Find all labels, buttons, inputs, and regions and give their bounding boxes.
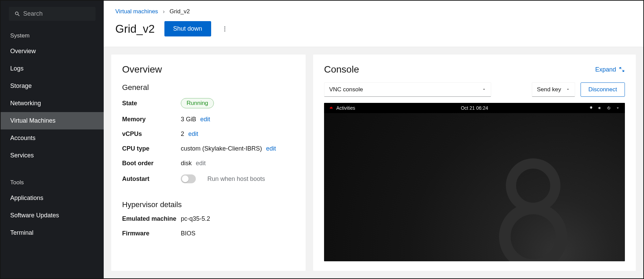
svg-point-2 <box>224 30 225 31</box>
title-row: Grid_v2 Shut down <box>115 21 632 36</box>
row-emulated: Emulated machine pc-q35-5.2 <box>122 215 295 222</box>
guest-clock: Oct 21 06:24 <box>461 105 488 111</box>
sidebar-item-terminal[interactable]: Terminal <box>1 224 104 242</box>
row-bootorder: Boot order disk edit <box>122 160 295 167</box>
edit-cputype-link[interactable]: edit <box>266 145 276 152</box>
label-firmware: Firmware <box>122 230 181 237</box>
svg-point-0 <box>224 26 225 27</box>
value-emulated: pc-q35-5.2 <box>181 215 210 222</box>
caret-down-icon <box>482 86 486 93</box>
overview-card: Overview General State Running Memory 3 … <box>111 55 306 271</box>
row-firmware: Firmware BIOS <box>122 230 295 237</box>
console-card: Console Expand VNC console Send key <box>313 55 636 271</box>
breadcrumb-separator-icon: › <box>163 8 165 15</box>
console-heading: Console <box>324 64 359 75</box>
sidebar-item-services[interactable]: Services <box>1 147 104 164</box>
send-key-select[interactable]: Send key <box>532 82 575 97</box>
sidebar-item-logs[interactable]: Logs <box>1 60 104 77</box>
sidebar: System Overview Logs Storage Networking … <box>1 1 104 278</box>
expand-console-button[interactable]: Expand <box>595 66 625 73</box>
row-memory: Memory 3 GiB edit <box>122 116 295 123</box>
power-icon <box>606 106 611 110</box>
page-title: Grid_v2 <box>115 22 155 35</box>
caret-down-icon <box>566 86 570 93</box>
search-container <box>9 7 96 21</box>
vnc-viewport[interactable]: Activities Oct 21 06:24 <box>324 103 625 261</box>
shutdown-button[interactable]: Shut down <box>164 21 211 36</box>
expand-label: Expand <box>595 66 616 73</box>
label-emulated: Emulated machine <box>122 215 181 222</box>
label-autostart: Autostart <box>122 175 181 183</box>
label-cputype: CPU type <box>122 145 181 152</box>
console-type-value: VNC console <box>329 86 363 93</box>
console-type-select[interactable]: VNC console <box>324 82 491 97</box>
kebab-icon <box>221 26 228 32</box>
value-vcpus: 2 <box>181 130 184 138</box>
sidebar-item-overview[interactable]: Overview <box>1 43 104 60</box>
console-header: Console Expand <box>324 64 625 75</box>
value-memory: 3 GiB <box>181 116 196 123</box>
breadcrumb: Virtual machines › Grid_v2 <box>115 8 632 15</box>
main-area: Virtual machines › Grid_v2 Grid_v2 Shut … <box>104 1 643 278</box>
nav-section-tools: Tools <box>1 179 104 186</box>
sidebar-item-storage[interactable]: Storage <box>1 77 104 95</box>
label-memory: Memory <box>122 116 181 123</box>
row-autostart: Autostart Run when host boots <box>122 174 295 183</box>
autostart-toggle[interactable] <box>181 174 196 183</box>
guest-wallpaper-logo <box>496 158 571 261</box>
search-input[interactable] <box>9 7 96 21</box>
row-cputype: CPU type custom (Skylake-Client-IBRS) ed… <box>122 145 295 152</box>
sidebar-item-networking[interactable]: Networking <box>1 95 104 112</box>
label-bootorder: Boot order <box>122 160 181 167</box>
value-bootorder: disk <box>181 160 192 167</box>
sidebar-item-software-updates[interactable]: Software Updates <box>1 207 104 224</box>
caret-down-icon <box>615 106 620 110</box>
row-vcpus: vCPUs 2 edit <box>122 130 295 138</box>
autostart-hint: Run when host boots <box>207 175 265 183</box>
expand-icon <box>619 66 625 73</box>
state-badge: Running <box>181 98 214 108</box>
edit-memory-link[interactable]: edit <box>200 116 210 123</box>
value-cputype: custom (Skylake-Client-IBRS) <box>181 145 262 152</box>
edit-vcpus-link[interactable]: edit <box>188 130 198 138</box>
guest-topbar: Activities Oct 21 06:24 <box>324 103 625 113</box>
value-firmware: BIOS <box>181 230 195 237</box>
sidebar-item-applications[interactable]: Applications <box>1 189 104 207</box>
disconnect-button[interactable]: Disconnect <box>581 82 625 97</box>
overview-heading: Overview <box>122 64 295 75</box>
hypervisor-heading: Hypervisor details <box>122 200 295 209</box>
label-state: State <box>122 100 181 107</box>
breadcrumb-current: Grid_v2 <box>170 8 190 15</box>
guest-desktop[interactable] <box>324 113 625 261</box>
row-state: State Running <box>122 98 295 108</box>
redhat-icon <box>329 106 334 110</box>
breadcrumb-link-vms[interactable]: Virtual machines <box>115 8 158 15</box>
sidebar-item-accounts[interactable]: Accounts <box>1 129 104 147</box>
guest-activities-button[interactable]: Activities <box>329 105 355 111</box>
content-grid: Overview General State Running Memory 3 … <box>104 47 643 278</box>
console-controls: VNC console Send key Disconnect <box>324 82 625 97</box>
svg-point-1 <box>224 28 225 29</box>
search-icon <box>14 11 20 17</box>
label-vcpus: vCPUs <box>122 130 181 138</box>
guest-status-area[interactable] <box>589 106 620 110</box>
guest-activities-label: Activities <box>336 105 355 111</box>
send-key-label: Send key <box>537 86 561 93</box>
general-heading: General <box>122 83 295 92</box>
network-icon <box>589 106 594 110</box>
nav-section-system: System <box>1 32 104 39</box>
sidebar-item-virtual-machines[interactable]: Virtual Machines <box>1 112 104 129</box>
topbar: Virtual machines › Grid_v2 Grid_v2 Shut … <box>104 1 643 47</box>
toggle-knob <box>182 175 189 182</box>
more-actions-button[interactable] <box>221 25 229 33</box>
edit-bootorder-link[interactable]: edit <box>196 160 206 167</box>
volume-icon <box>598 106 602 110</box>
